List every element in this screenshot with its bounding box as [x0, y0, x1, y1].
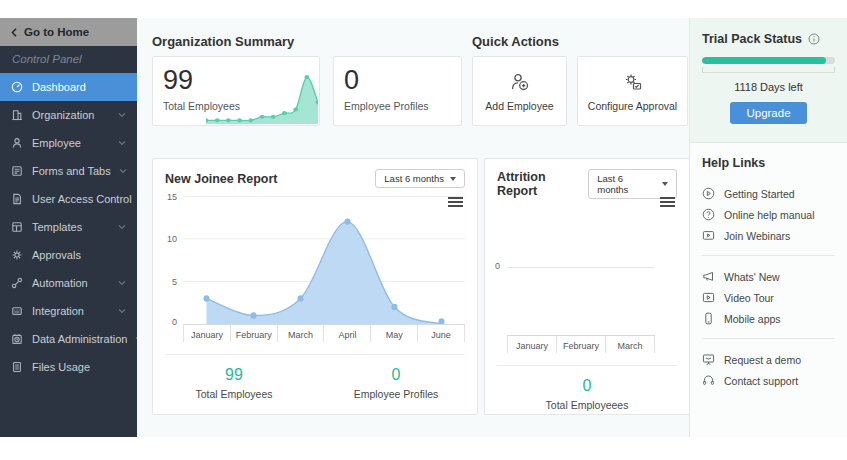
chevron-down-icon — [118, 112, 126, 118]
sidebar-item-label: Organization — [32, 109, 94, 121]
attrition-range-value: Last 6 months — [597, 173, 656, 195]
chevron-down-icon — [118, 280, 126, 286]
sidebar-item-approvals[interactable]: Approvals — [0, 241, 137, 269]
upgrade-button[interactable]: Upgrade — [730, 102, 806, 124]
help-link-request-a-demo[interactable]: Request a demo — [702, 349, 835, 370]
attrition-stat-total-employees: 0 Total Employeees — [485, 377, 689, 411]
video-icon — [702, 291, 715, 304]
help-link-video-tour[interactable]: Video Tour — [702, 287, 835, 308]
new-joinee-range-dropdown[interactable]: Last 6 months — [375, 169, 465, 188]
stat-label: Total Employees — [153, 388, 315, 400]
sidebar-item-label: Forms and Tabs — [32, 165, 111, 177]
sidebar-item-label: Integration — [32, 305, 84, 317]
employees-trend-sparkline — [206, 70, 318, 124]
ytick: 15 — [167, 193, 177, 201]
sidebar-item-forms-and-tabs[interactable]: Forms and Tabs — [0, 157, 137, 185]
x-label: March — [278, 325, 325, 342]
new-joinee-x-axis: January February March April May June — [183, 324, 465, 342]
help-link-label: Join Webinars — [724, 230, 790, 242]
headset-icon — [702, 374, 715, 387]
chevron-down-icon — [118, 224, 126, 230]
gauge-icon — [11, 81, 24, 94]
employee-profiles-label: Employee Profiles — [344, 100, 451, 112]
chevron-down-icon — [118, 308, 126, 314]
employee-profiles-value: 0 — [344, 65, 451, 95]
sidebar-item-files-usage[interactable]: Files Usage — [0, 353, 137, 381]
help-link-label: Video Tour — [724, 292, 774, 304]
data-clock-icon — [11, 333, 24, 346]
new-joinee-stat-total-employees: 99 Total Employees — [153, 366, 315, 400]
days-left-label: 1118 Days left — [702, 81, 835, 93]
control-panel-screen: Go to Home Control Panel Dashboard Organ… — [0, 18, 847, 437]
help-link-label: Mobile apps — [724, 313, 781, 325]
person-icon — [11, 137, 24, 150]
configure-approval-icon — [622, 71, 644, 93]
presentation-icon — [702, 353, 715, 366]
right-panel: Trial Pack Status 1118 Days left Upgrade… — [690, 18, 847, 437]
help-link-join-webinars[interactable]: Join Webinars — [702, 225, 835, 246]
chevron-down-icon — [119, 168, 127, 174]
help-link-label: Contact support — [724, 375, 798, 387]
help-link-label: Whats' New — [724, 271, 780, 283]
trial-progress-scale — [702, 68, 835, 73]
link-nodes-icon — [11, 277, 24, 290]
organization-summary-title: Organization Summary — [152, 34, 294, 49]
sidebar-item-label: Approvals — [32, 249, 81, 261]
ytick: 5 — [172, 278, 177, 286]
help-link-whats-new[interactable]: Whats' New — [702, 266, 835, 287]
caret-down-icon — [662, 182, 668, 186]
sidebar-item-user-access-control[interactable]: User Access Control — [0, 185, 137, 213]
new-joinee-report-title: New Joinee Report — [165, 172, 278, 186]
help-link-getting-started[interactable]: Getting Started — [702, 183, 835, 204]
sidebar-item-templates[interactable]: Templates — [0, 213, 137, 241]
phone-icon — [702, 312, 715, 325]
sidebar-item-automation[interactable]: Automation — [0, 269, 137, 297]
employee-profiles-card[interactable]: 0 Employee Profiles — [333, 56, 462, 126]
trial-progress-bar — [702, 57, 835, 64]
integration-icon — [11, 305, 24, 318]
help-link-contact-support[interactable]: Contact support — [702, 370, 835, 391]
sidebar-item-organization[interactable]: Organization — [0, 101, 137, 129]
help-link-label: Getting Started — [724, 188, 795, 200]
attrition-report-title: Attrition Report — [497, 170, 588, 198]
sidebar-item-integration[interactable]: Integration — [0, 297, 137, 325]
sidebar: Go to Home Control Panel Dashboard Organ… — [0, 18, 137, 437]
help-links-divider — [702, 338, 835, 339]
stat-value: 0 — [485, 377, 689, 395]
sidebar-item-label: Files Usage — [32, 361, 90, 373]
total-employees-card[interactable]: 99 Total Employees — [152, 56, 320, 126]
x-label: April — [324, 325, 371, 342]
attrition-chart-menu-icon[interactable] — [660, 195, 675, 209]
sidebar-item-dashboard[interactable]: Dashboard — [0, 73, 137, 101]
sidebar-item-data-administration[interactable]: Data Administration — [0, 325, 137, 353]
stat-label: Total Employeees — [485, 399, 689, 411]
info-icon[interactable] — [808, 33, 820, 45]
sidebar-item-label: Dashboard — [32, 81, 86, 93]
configure-approval-button[interactable]: Configure Approval — [577, 56, 688, 126]
sidebar-item-employee[interactable]: Employee — [0, 129, 137, 157]
template-icon — [11, 221, 24, 234]
add-employee-button[interactable]: Add Employee — [472, 56, 567, 126]
help-link-label: Online help manual — [724, 209, 814, 221]
file-icon — [11, 361, 24, 374]
go-to-home-label: Go to Home — [24, 26, 89, 38]
help-links-title: Help Links — [702, 156, 835, 170]
webinar-screen-icon — [702, 229, 715, 242]
sidebar-item-label: Templates — [32, 221, 82, 233]
help-link-online-help-manual[interactable]: Online help manual — [702, 204, 835, 225]
x-label: February — [557, 336, 606, 353]
sidebar-item-label: Data Administration — [32, 333, 127, 345]
building-icon — [11, 109, 24, 122]
trial-progress-fill — [702, 57, 826, 64]
trial-pack-title: Trial Pack Status — [702, 32, 802, 46]
x-label: June — [418, 325, 465, 342]
new-joinee-area-chart — [183, 196, 465, 324]
new-joinee-report-card: New Joinee Report Last 6 months 15 10 5 … — [152, 158, 478, 415]
go-to-home-button[interactable]: Go to Home — [0, 18, 137, 46]
stat-label: Employee Profiles — [315, 388, 477, 400]
help-link-mobile-apps[interactable]: Mobile apps — [702, 308, 835, 329]
attrition-plot: 0 — [507, 207, 655, 335]
caret-down-icon — [450, 177, 456, 181]
new-joinee-range-value: Last 6 months — [384, 173, 444, 184]
sidebar-item-label: Automation — [32, 277, 88, 289]
